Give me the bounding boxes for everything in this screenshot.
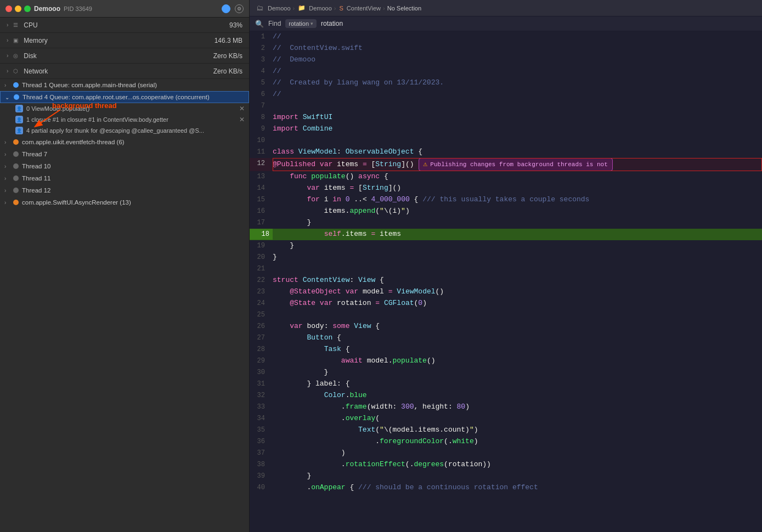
thread-item-thread11[interactable]: › Thread 11 [0, 172, 249, 184]
thread11-expand[interactable]: › [4, 176, 11, 182]
code-line-40: 40 .onAppear { /// should be a continuou… [250, 482, 762, 494]
thread1-expand[interactable]: › [4, 82, 11, 88]
sub0-close[interactable]: ✕ [239, 105, 245, 112]
line-content-20: } [273, 252, 762, 263]
thread12-expand[interactable]: › [4, 188, 11, 194]
line-num-36: 36 [250, 436, 273, 447]
cpu-expand-arrow[interactable]: › [7, 22, 8, 28]
network-value: Zero KB/s [213, 67, 242, 75]
line-num-4: 4 [250, 66, 273, 77]
uikit-expand[interactable]: › [4, 139, 11, 145]
line-num-32: 32 [250, 390, 273, 401]
code-line-6: 6 // [250, 89, 762, 100]
code-line-11: 11 class ViewModel: ObservableObject { [250, 146, 762, 158]
sub1-icon: 👤 [15, 116, 23, 123]
close-button[interactable] [5, 5, 12, 12]
thread4-sub0[interactable]: 👤 0 ViewModel.populate() ✕ [0, 103, 249, 114]
code-line-28: 28 Task { [250, 344, 762, 355]
cpu-value: 93% [229, 21, 242, 29]
sub0-icon: 👤 [15, 105, 23, 112]
code-line-16: 16 items.append("\(i)") [250, 206, 762, 217]
breadcrumb-bar: 🗂 Demooo › 📁 Demooo › S ContentView › No… [250, 0, 762, 16]
line-num-26: 26 [250, 321, 273, 332]
code-line-12: 12 @Published var items = [String]() ⚠ P… [250, 158, 762, 171]
line-content-36: .foregroundColor(.white) [273, 436, 762, 447]
line-num-30: 30 [250, 367, 273, 378]
thread4-label: Thread 4 Queue: com.apple.root.user...os… [22, 94, 210, 100]
network-stat-row[interactable]: › ⬡ Network Zero KB/s [0, 64, 249, 79]
thread4-dot [14, 94, 19, 100]
traffic-lights [5, 5, 31, 12]
asyncrenderer-dot [13, 200, 19, 205]
thread-item-thread4[interactable]: ⌄ Thread 4 Queue: com.apple.root.user...… [0, 91, 249, 103]
search-input[interactable]: rotation [321, 20, 757, 27]
thread-item-thread12[interactable]: › Thread 12 [0, 184, 249, 196]
cpu-stat-row[interactable]: › ☰ CPU 93% [0, 18, 249, 33]
sub2-label: 4 partial apply for thunk for @escaping … [26, 127, 245, 134]
line-num-28: 28 [250, 344, 273, 355]
thread4-sub1[interactable]: 👤 1 closure #1 in closure #1 in ContentV… [0, 114, 249, 125]
line-num-2: 2 [250, 43, 273, 54]
memory-stat-row[interactable]: › ▣ Memory 146.3 MB [0, 33, 249, 48]
code-line-19: 19 } [250, 240, 762, 252]
code-line-32: 32 Color.blue [250, 390, 762, 401]
line-num-9: 9 [250, 123, 273, 134]
code-line-23: 23 @StateObject var model = ViewModel() [250, 286, 762, 298]
thread-item-thread10[interactable]: › Thread 10 [0, 160, 249, 172]
thread-item-asyncrenderer[interactable]: › com.apple.SwiftUI.AsyncRenderer (13) [0, 196, 249, 208]
line-num-8: 8 [250, 112, 273, 123]
thread10-label: Thread 10 [22, 163, 50, 169]
settings-icon[interactable]: ⚙ [235, 4, 244, 13]
code-line-27: 27 Button { [250, 332, 762, 344]
line-content-19: } [273, 240, 762, 251]
disk-icon: ◎ [12, 52, 19, 60]
thread4-sub2[interactable]: 👤 4 partial apply for thunk for @escapin… [0, 125, 249, 136]
disk-label: Disk [24, 52, 213, 60]
line-content-37: ) [273, 448, 762, 459]
thread7-expand[interactable]: › [4, 151, 11, 157]
code-line-29: 29 await model.populate() [250, 355, 762, 367]
search-dropdown-arrow: ▾ [311, 21, 313, 26]
code-line-7: 7 [250, 100, 762, 112]
network-expand-arrow[interactable]: › [7, 68, 8, 74]
thread-list: background thread › Thread 1 Queue: com.… [0, 79, 249, 532]
code-line-22: 22 struct ContentView: View { [250, 275, 762, 286]
line-content-32: Color.blue [273, 390, 762, 401]
thread-item-uikit[interactable]: › com.apple.uikit.eventfetch-thread (6) [0, 136, 249, 148]
code-editor[interactable]: 1 // 2 // ContentView.swift 3 // Demooo … [250, 31, 762, 532]
record-button[interactable] [222, 4, 230, 13]
network-icon: ⬡ [12, 67, 19, 75]
thread10-expand[interactable]: › [4, 163, 11, 169]
minimize-button[interactable] [15, 5, 21, 12]
search-label: Find [268, 20, 281, 27]
uikit-label: com.apple.uikit.eventfetch-thread (6) [22, 139, 125, 145]
line-num-37: 37 [250, 448, 273, 459]
sub1-close[interactable]: ✕ [239, 116, 245, 123]
code-line-18: 18 self.items = items [250, 229, 762, 240]
memory-expand-arrow[interactable]: › [7, 37, 8, 43]
thread-item-thread7[interactable]: › Thread 7 [0, 148, 249, 160]
thread4-expand[interactable]: ⌄ [5, 94, 12, 100]
line-content-13: func populate() async { [273, 171, 762, 182]
app-header: Demooo PID 33649 ⚙ [0, 0, 249, 18]
maximize-button[interactable] [24, 5, 31, 12]
line-num-39: 39 [250, 471, 273, 482]
line-num-24: 24 [250, 298, 273, 309]
line-num-25: 25 [250, 309, 273, 320]
warning-bubble: ⚠ Publishing changes from background thr… [419, 158, 613, 171]
line-num-38: 38 [250, 459, 273, 470]
breadcrumb-demooo2: Demooo [309, 5, 332, 12]
disk-expand-arrow[interactable]: › [7, 53, 8, 59]
disk-stat-row[interactable]: › ◎ Disk Zero KB/s [0, 48, 249, 64]
line-num-23: 23 [250, 286, 273, 297]
code-line-36: 36 .foregroundColor(.white) [250, 436, 762, 448]
thread-item-thread1[interactable]: › Thread 1 Queue: com.apple.main-thread … [0, 79, 249, 91]
line-num-34: 34 [250, 413, 273, 424]
asyncrenderer-expand[interactable]: › [4, 200, 11, 206]
line-content-26: var body: some View { [273, 321, 762, 332]
line-num-13: 13 [250, 171, 273, 182]
search-dropdown[interactable]: rotation ▾ [285, 19, 317, 28]
thread12-label: Thread 12 [22, 187, 50, 194]
code-line-31: 31 } label: { [250, 378, 762, 390]
line-num-6: 6 [250, 89, 273, 100]
